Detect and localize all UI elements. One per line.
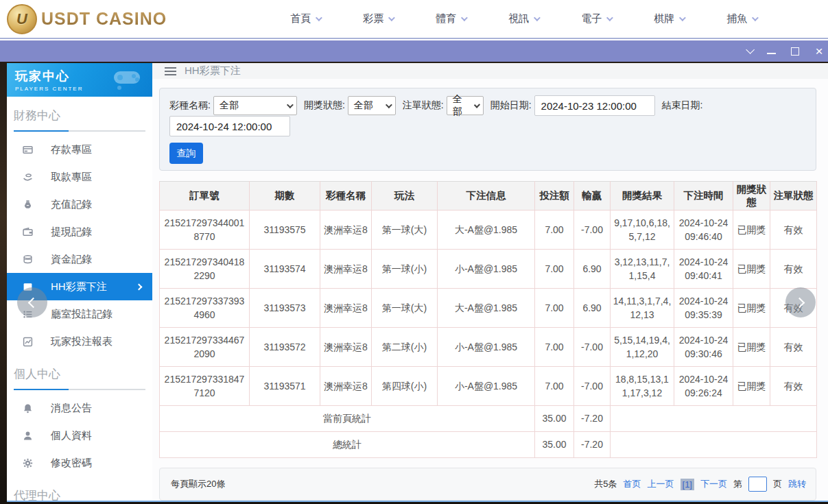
start-date-input[interactable] xyxy=(534,95,655,116)
table-header-cell: 下注時間 xyxy=(674,182,733,211)
gamepad-icon xyxy=(111,67,143,91)
window-collapse-icon[interactable] xyxy=(746,45,755,54)
section-title: 個人中心 xyxy=(7,355,152,389)
first-page-link[interactable]: 首页 xyxy=(624,478,641,490)
table-cell: 已開獎 xyxy=(733,289,770,328)
table-cell: 2152172973440018770 xyxy=(160,211,250,250)
lottery-select-value: 全部 xyxy=(220,99,239,112)
deposit-icon xyxy=(23,145,33,155)
filter-panel: 彩種名稱: 全部 開獎狀態: 全部 注單狀態: xyxy=(159,88,816,171)
prev-page-link[interactable]: 上一页 xyxy=(648,478,674,490)
table-cell: 已開獎 xyxy=(733,328,770,367)
order-status-select[interactable]: 全部 xyxy=(447,96,484,115)
sidebar-item-funds-record[interactable]: 資金記錄 xyxy=(7,245,152,273)
sidebar-collapse-button[interactable] xyxy=(17,287,47,317)
jump-button[interactable]: 跳转 xyxy=(788,478,806,490)
sidebar-item-label: 取款專區 xyxy=(51,171,92,184)
sidebar-item-withdraw[interactable]: 取款專區 xyxy=(7,163,152,191)
table-cell: 大-A盤@1.985 xyxy=(438,289,535,328)
desktop-background: 玩家中心 PLAYERS CENTER 財務中心存款專區取款專區充值記錄提現記錄… xyxy=(0,62,828,504)
table-cell: -7.00 xyxy=(574,367,611,406)
player-center-window: 玩家中心 PLAYERS CENTER 財務中心存款專區取款專區充值記錄提現記錄… xyxy=(7,63,828,502)
sidebar: 玩家中心 PLAYERS CENTER 財務中心存款專區取款專區充值記錄提現記錄… xyxy=(7,63,152,501)
sidebar-item-label: 存款專區 xyxy=(51,143,92,156)
search-button[interactable]: 查詢 xyxy=(169,143,203,164)
sidebar-item-label: 充值記錄 xyxy=(51,198,92,211)
table-row: 215217297344001877031193575澳洲幸运8第一球(大)大-… xyxy=(160,211,817,250)
summary-empty xyxy=(611,406,817,432)
sidebar-item-label: 玩家投注報表 xyxy=(51,335,113,348)
end-date-input[interactable] xyxy=(169,116,290,136)
sidebar-item-withdraw-record[interactable]: 提現記錄 xyxy=(7,218,152,245)
sidebar-header: 玩家中心 PLAYERS CENTER xyxy=(7,63,152,97)
sidebar-item-player-report[interactable]: 玩家投注報表 xyxy=(7,328,152,355)
chevron-down-icon xyxy=(752,14,759,21)
panel-next-button[interactable] xyxy=(785,287,816,317)
sidebar-item-deposit[interactable]: 存款專區 xyxy=(7,136,152,163)
summary-bet-total: 35.00 xyxy=(535,432,574,458)
table-header-cell: 輸贏 xyxy=(574,182,611,211)
table-header-cell: 開獎結果 xyxy=(611,182,674,211)
sidebar-item-recharge-record[interactable]: 充值記錄 xyxy=(7,191,152,218)
bell-icon xyxy=(23,403,33,413)
table-cell: 7.00 xyxy=(535,328,574,367)
window-close-icon[interactable]: × xyxy=(814,47,824,56)
person-icon xyxy=(23,431,33,441)
table-row: 215217297337393496031193573澳洲幸运8第一球(大)大-… xyxy=(160,289,817,328)
table-cell: 2024-10-24 09:30:46 xyxy=(674,328,733,367)
table-cell: 第一球(大) xyxy=(372,289,438,328)
lottery-select[interactable]: 全部 xyxy=(213,96,297,115)
nav-item-slots[interactable]: 電子 xyxy=(581,12,611,25)
table-cell: 31193571 xyxy=(250,367,320,406)
site-logo[interactable]: U USDT CASINO xyxy=(7,4,167,34)
table-header-cell: 彩種名稱 xyxy=(320,182,372,211)
table-cell: 18,8,15,13,11,17,3,12 xyxy=(611,367,674,406)
sidebar-item-profile[interactable]: 個人資料 xyxy=(7,422,152,449)
table-cell: 3,12,13,11,7,1,15,4 xyxy=(611,250,674,289)
table-cell: 14,11,3,1,7,4,12,13 xyxy=(611,289,674,328)
chevron-down-icon xyxy=(386,101,392,108)
summary-row: 總統計35.00-7.20 xyxy=(160,432,817,458)
usdt-coin-icon: U xyxy=(7,4,37,34)
nav-item-sports[interactable]: 體育 xyxy=(436,12,466,25)
table-cell: 小-A盤@1.985 xyxy=(438,328,535,367)
nav-item-cards[interactable]: 棋牌 xyxy=(654,12,684,25)
table-cell: 第一球(小) xyxy=(372,250,438,289)
nav-item-video[interactable]: 視訊 xyxy=(508,12,539,25)
table-cell: 有效 xyxy=(770,367,817,406)
table-cell: 2024-10-24 09:46:40 xyxy=(674,211,733,250)
table-header-cell: 注單狀態 xyxy=(770,182,817,211)
nav-item-fishing[interactable]: 捕魚 xyxy=(726,12,757,25)
nav-item-home[interactable]: 首頁 xyxy=(290,12,320,25)
total-count-text: 共5条 xyxy=(594,478,617,490)
section-divider xyxy=(14,389,145,390)
sidebar-item-announcements[interactable]: 消息公告 xyxy=(7,394,152,422)
chevron-down-icon xyxy=(473,101,480,108)
summary-empty xyxy=(611,432,817,458)
summary-bet-total: 35.00 xyxy=(535,406,574,432)
menu-icon[interactable] xyxy=(165,67,176,75)
window-maximize-icon[interactable] xyxy=(791,47,799,56)
table-cell: -7.00 xyxy=(574,328,611,367)
table-cell: 2152172973344672090 xyxy=(160,328,250,367)
table-cell: 2152172973318477120 xyxy=(160,367,250,406)
nav-item-lottery[interactable]: 彩票 xyxy=(363,12,393,25)
nav-item-label: 體育 xyxy=(436,12,456,25)
order-status-select-value: 全部 xyxy=(453,93,469,118)
main-content: HH彩票下注 彩種名稱: 全部 開獎狀態: 全 xyxy=(152,63,828,501)
table-header-cell: 訂單號 xyxy=(160,182,250,211)
page-jump-input[interactable] xyxy=(748,477,767,492)
next-page-link[interactable]: 下一页 xyxy=(700,478,727,490)
table-header-cell: 開獎狀態 xyxy=(733,182,770,211)
summary-label: 當前頁統計 xyxy=(160,406,535,432)
sidebar-section-agent: 代理中心 xyxy=(7,477,152,504)
content-body: 彩種名稱: 全部 開獎狀態: 全部 注單狀態: xyxy=(152,79,828,501)
chevron-down-icon xyxy=(461,14,468,21)
table-cell: 澳洲幸运8 xyxy=(320,289,372,328)
sidebar-item-change-password[interactable]: 修改密碼 xyxy=(7,449,152,477)
page-title: HH彩票下注 xyxy=(185,64,241,77)
window-minimize-icon[interactable] xyxy=(767,49,776,54)
chevron-left-icon xyxy=(28,297,39,308)
table-header-cell: 期數 xyxy=(250,182,320,211)
draw-status-select[interactable]: 全部 xyxy=(348,96,396,115)
